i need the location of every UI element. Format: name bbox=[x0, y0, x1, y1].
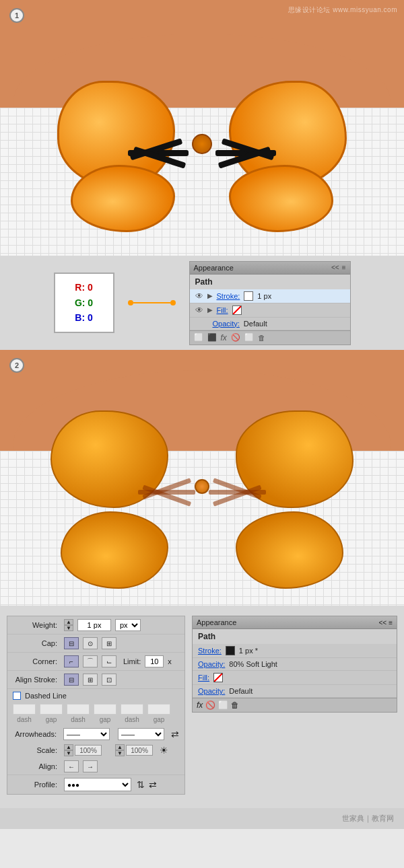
ap2-collapse-btn[interactable]: << bbox=[378, 619, 386, 626]
align-label: Align: bbox=[13, 762, 60, 770]
add-profile-btn[interactable]: ⇄ bbox=[149, 779, 157, 790]
scale2-down-btn[interactable]: ▼ bbox=[115, 750, 125, 756]
ap2-opacity-row[interactable]: Opacity: 80% Soft Light bbox=[193, 658, 397, 671]
ap2-title-text: Appearance bbox=[197, 618, 236, 626]
flip-profile-btn[interactable]: ⇅ bbox=[137, 779, 145, 790]
watermark-top: 思缘设计论坛 www.missyuan.com bbox=[288, 5, 397, 15]
corner-round-btn[interactable]: ⌒ bbox=[83, 655, 98, 667]
ap-path-label: Path bbox=[190, 275, 350, 289]
dash-lbl3: dash bbox=[121, 716, 143, 723]
ap2-title-bar: Appearance << ≡ bbox=[193, 616, 397, 629]
ap2-bottom-bar: fx 🚫 ⬜ 🗑 bbox=[193, 698, 397, 712]
ap2-opacity2-label[interactable]: Opacity: bbox=[198, 687, 225, 695]
align-left-btn[interactable]: ← bbox=[64, 760, 79, 772]
dash2-input bbox=[67, 704, 90, 715]
profile-label: Profile: bbox=[13, 781, 60, 789]
weight-unit-select[interactable]: pxpt bbox=[115, 619, 141, 631]
scale2-up-btn[interactable]: ▲ bbox=[115, 744, 125, 750]
rgb-display: R: 0 G: 0 B: 0 bbox=[54, 273, 114, 333]
ap2-fill-swatch bbox=[213, 673, 223, 682]
link-scales-icon[interactable]: ☀ bbox=[160, 745, 168, 756]
ap-clear-icon[interactable]: 🚫 bbox=[231, 333, 240, 342]
appearance-panel-area-1: R: 0 G: 0 B: 0 Appearance << ≡ Path 👁 ▶ … bbox=[0, 256, 404, 350]
ap-stroke-swatch bbox=[244, 291, 253, 301]
weight-down-btn[interactable]: ▼ bbox=[64, 625, 73, 631]
corner-miter-btn[interactable]: ⌐ bbox=[64, 655, 79, 667]
ap-stroke-row[interactable]: 👁 ▶ Stroke: 1 px bbox=[190, 289, 350, 303]
ap2-opacity-value: 80% Soft Light bbox=[229, 660, 277, 668]
cap-butt-btn[interactable]: ⊟ bbox=[64, 637, 79, 649]
canvas-area-2 bbox=[0, 451, 404, 606]
ap2-fx-icon[interactable]: fx bbox=[197, 700, 203, 710]
arrowhead-end-select[interactable]: —— bbox=[118, 728, 164, 740]
section2: 2 bbox=[0, 350, 404, 606]
scale2-input bbox=[126, 745, 153, 756]
dashed-label: Dashed Line bbox=[25, 692, 67, 700]
ap-fill-arrow-icon: ▶ bbox=[207, 306, 213, 314]
ap2-fill-row[interactable]: Fill: bbox=[193, 671, 397, 685]
dashed-row: Dashed Line bbox=[7, 689, 184, 702]
dashed-checkbox[interactable] bbox=[13, 692, 21, 700]
step-badge-1: 1 bbox=[9, 8, 24, 23]
stroke-weight-row: Weight: ▲ ▼ pxpt bbox=[7, 616, 184, 635]
ap-copy-icon[interactable]: ⬜ bbox=[244, 333, 254, 342]
ap-menu-btn[interactable]: ≡ bbox=[342, 264, 346, 271]
ap2-copy-icon[interactable]: ⬜ bbox=[218, 700, 228, 710]
appearance-panel-1: Appearance << ≡ Path 👁 ▶ Stroke: 1 px 👁 … bbox=[189, 261, 351, 345]
ap-title-bar: Appearance << ≡ bbox=[190, 262, 350, 275]
align-row: Align: ← → bbox=[7, 758, 184, 774]
swap-arrows-btn[interactable]: ⇄ bbox=[171, 729, 179, 739]
scale-label: Scale: bbox=[13, 746, 60, 754]
dash1-input bbox=[13, 704, 36, 715]
align-right-btn[interactable]: → bbox=[83, 760, 98, 772]
ap-title-text: Appearance bbox=[194, 264, 234, 272]
scale1-up-btn[interactable]: ▲ bbox=[64, 744, 73, 750]
align-outside-btn[interactable]: ⊡ bbox=[102, 674, 116, 686]
scale1-spinner[interactable]: ▲ ▼ bbox=[64, 744, 73, 756]
ap-collapse-btn[interactable]: << bbox=[331, 264, 339, 271]
rgb-b-value: B: 0 bbox=[75, 310, 92, 325]
weight-spinner[interactable]: ▲ ▼ bbox=[64, 619, 73, 631]
ap-fx-icon[interactable]: fx bbox=[221, 333, 227, 342]
weight-up-btn[interactable]: ▲ bbox=[64, 619, 73, 625]
limit-input[interactable] bbox=[145, 655, 164, 667]
align-inside-btn[interactable]: ⊞ bbox=[83, 674, 98, 686]
ap-new-icon[interactable]: ⬜ bbox=[194, 333, 203, 342]
align-center-btn[interactable]: ⊟ bbox=[64, 674, 79, 686]
ap2-menu-btn[interactable]: ≡ bbox=[389, 619, 393, 626]
align-stroke-row: Align Stroke: ⊟ ⊞ ⊡ bbox=[7, 671, 184, 689]
ap-fill-label[interactable]: Fill: bbox=[217, 306, 228, 314]
dash-lbl2: dash bbox=[67, 716, 90, 723]
profile-select[interactable]: ●●● bbox=[64, 778, 131, 791]
corner-label: Corner: bbox=[13, 657, 60, 665]
corner-bevel-btn[interactable]: ⌙ bbox=[102, 655, 116, 667]
ap2-opacity2-row[interactable]: Opacity: Default bbox=[193, 685, 397, 698]
ap-opacity-row[interactable]: Opacity: Default bbox=[190, 318, 350, 330]
ap-fill-swatch bbox=[232, 305, 242, 315]
gap2-input bbox=[94, 704, 116, 715]
ap-arrow-icon: ▶ bbox=[207, 292, 213, 299]
scale1-down-btn[interactable]: ▼ bbox=[64, 750, 73, 756]
weight-input[interactable] bbox=[77, 619, 111, 631]
ap2-stroke-row[interactable]: Stroke: 1 px * bbox=[193, 644, 397, 658]
ap2-stroke-label[interactable]: Stroke: bbox=[198, 647, 222, 655]
ap2-opacity-label[interactable]: Opacity: bbox=[198, 660, 225, 668]
ap-stroke-label[interactable]: Stroke: bbox=[217, 292, 240, 300]
ap-opacity-label[interactable]: Opacity: bbox=[213, 320, 240, 328]
ap2-clear-icon[interactable]: 🚫 bbox=[205, 700, 215, 710]
scale-input-1-wrap: ▲ ▼ bbox=[64, 744, 102, 756]
ap2-fill-label[interactable]: Fill: bbox=[198, 674, 209, 682]
ap2-path-label: Path bbox=[193, 629, 397, 644]
ap-fill-row[interactable]: 👁 ▶ Fill: bbox=[190, 303, 350, 318]
ap-delete-icon[interactable]: 🗑 bbox=[258, 334, 265, 342]
arrowhead-start-select[interactable]: —— bbox=[63, 728, 110, 740]
scale-input-2-wrap: ▲ ▼ bbox=[115, 744, 153, 756]
ap2-delete-icon[interactable]: 🗑 bbox=[231, 700, 239, 710]
ap-duplicate-icon[interactable]: ⬛ bbox=[207, 333, 217, 342]
cap-round-btn[interactable]: ⊙ bbox=[83, 637, 98, 649]
cap-square-btn[interactable]: ⊞ bbox=[102, 637, 116, 649]
step-badge-2: 2 bbox=[9, 358, 24, 373]
bottom-watermark: 世家典｜教育网 bbox=[0, 808, 404, 829]
scale2-spinner[interactable]: ▲ ▼ bbox=[115, 744, 125, 756]
scale-row: Scale: ▲ ▼ ▲ ▼ ☀ bbox=[7, 742, 184, 758]
